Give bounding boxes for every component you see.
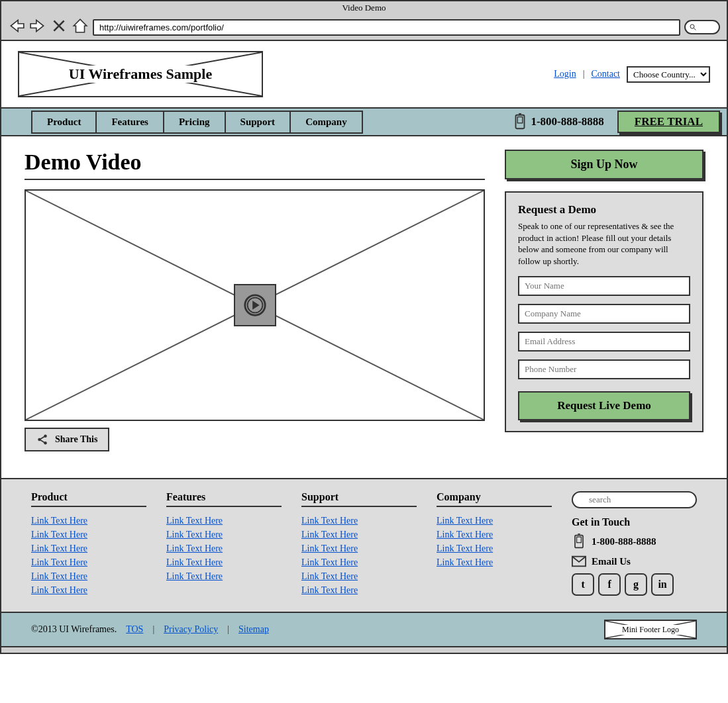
footer-link[interactable]: Link Text Here [166, 514, 282, 528]
back-icon[interactable] [8, 17, 25, 37]
free-trial-button[interactable]: FREE TRIAL [617, 111, 720, 133]
share-icon [36, 434, 48, 445]
nav-support[interactable]: Support [225, 111, 291, 134]
phone-icon [572, 534, 586, 549]
footer-link[interactable]: Link Text Here [437, 514, 552, 528]
footer-col-company: Company Link Text Here Link Text Here Li… [437, 491, 552, 597]
logo[interactable]: UI Wireframes Sample [18, 51, 263, 97]
footer-link[interactable]: Link Text Here [301, 541, 417, 555]
google-icon[interactable]: g [625, 573, 647, 596]
nav-product[interactable]: Product [31, 111, 97, 134]
demo-blurb: Speak to one of our representatives & se… [518, 220, 690, 267]
nav-company[interactable]: Company [289, 111, 363, 134]
svg-line-15 [40, 440, 44, 443]
video-placeholder[interactable] [25, 189, 485, 421]
nav-features[interactable]: Features [95, 111, 164, 134]
browser-title: Video Demo [1, 1, 727, 15]
facebook-icon[interactable]: f [598, 573, 621, 596]
home-icon[interactable] [72, 17, 89, 37]
email-input[interactable] [518, 332, 690, 352]
signup-button[interactable]: Sign Up Now [505, 150, 703, 179]
logo-text: UI Wireframes Sample [65, 66, 216, 83]
footer-col-features: Features Link Text Here Link Text Here L… [166, 491, 282, 597]
contact-link[interactable]: Contact [591, 69, 620, 79]
footer-link[interactable]: Link Text Here [166, 569, 282, 583]
footer-link[interactable]: Link Text Here [301, 514, 417, 528]
footer-col-product: Product Link Text Here Link Text Here Li… [31, 491, 146, 597]
footer-link[interactable]: Link Text Here [301, 555, 417, 569]
browser-search[interactable] [684, 20, 720, 34]
get-in-touch-heading: Get in Touch [572, 516, 697, 528]
phone-input[interactable] [518, 359, 690, 379]
stop-icon[interactable] [50, 17, 68, 37]
url-bar[interactable] [93, 19, 680, 36]
footer-search[interactable] [572, 491, 697, 508]
name-input[interactable] [518, 276, 690, 296]
linkedin-icon[interactable]: in [651, 573, 674, 596]
header-phone: 1-800-888-8888 [513, 113, 603, 130]
footer-link[interactable]: Link Text Here [31, 514, 146, 528]
footer-link[interactable]: Link Text Here [166, 555, 282, 569]
footer-link[interactable]: Link Text Here [31, 541, 146, 555]
footer-link[interactable]: Link Text Here [31, 555, 146, 569]
twitter-icon[interactable]: t [572, 573, 594, 596]
footer-link[interactable]: Link Text Here [31, 569, 146, 583]
demo-heading: Request a Demo [518, 203, 690, 216]
footer-link[interactable]: Link Text Here [301, 569, 417, 583]
nav-pricing[interactable]: Pricing [163, 111, 226, 134]
company-input[interactable] [518, 304, 690, 324]
footer-link[interactable]: Link Text Here [301, 583, 417, 597]
tos-link[interactable]: TOS [126, 624, 143, 635]
page-title: Demo Video [25, 150, 485, 175]
svg-rect-6 [518, 117, 523, 123]
footer-link[interactable]: Link Text Here [437, 528, 552, 541]
footer-link[interactable]: Link Text Here [437, 555, 552, 569]
footer-link[interactable]: Link Text Here [437, 541, 552, 555]
bottom-bar: ©2013 UI Wireframes. TOS | Privacy Polic… [1, 612, 727, 646]
share-button[interactable]: Share This [25, 428, 109, 451]
email-us-link[interactable]: Email Us [572, 553, 697, 569]
privacy-link[interactable]: Privacy Policy [164, 624, 218, 635]
sitemap-link[interactable]: Sitemap [238, 624, 269, 635]
footer-col-support: Support Link Text Here Link Text Here Li… [301, 491, 417, 597]
svg-line-1 [694, 28, 696, 30]
svg-rect-20 [577, 537, 582, 543]
resize-grip[interactable] [0, 647, 728, 654]
play-button[interactable] [234, 284, 276, 326]
footer-link[interactable]: Link Text Here [301, 528, 417, 541]
phone-icon [513, 113, 527, 130]
country-select[interactable]: Choose Country... [627, 66, 710, 83]
demo-form: Request a Demo Speak to one of our repre… [505, 191, 703, 432]
svg-line-14 [40, 437, 44, 440]
svg-point-0 [690, 24, 694, 28]
footer-link[interactable]: Link Text Here [31, 583, 146, 597]
mail-icon [572, 553, 586, 569]
footer-link[interactable]: Link Text Here [166, 541, 282, 555]
footer-link[interactable]: Link Text Here [31, 528, 146, 541]
main-nav: Product Features Pricing Support Company… [1, 107, 727, 136]
copyright: ©2013 UI Wireframes. [31, 624, 117, 635]
footer-phone: 1-800-888-8888 [572, 534, 697, 549]
play-icon [242, 293, 268, 318]
request-demo-button[interactable]: Request Live Demo [518, 391, 690, 420]
forward-icon[interactable] [29, 17, 46, 37]
login-link[interactable]: Login [554, 69, 576, 79]
mini-footer-logo[interactable]: Mini Footer Logo [604, 620, 697, 639]
footer-link[interactable]: Link Text Here [166, 528, 282, 541]
footer: Product Link Text Here Link Text Here Li… [1, 478, 727, 612]
